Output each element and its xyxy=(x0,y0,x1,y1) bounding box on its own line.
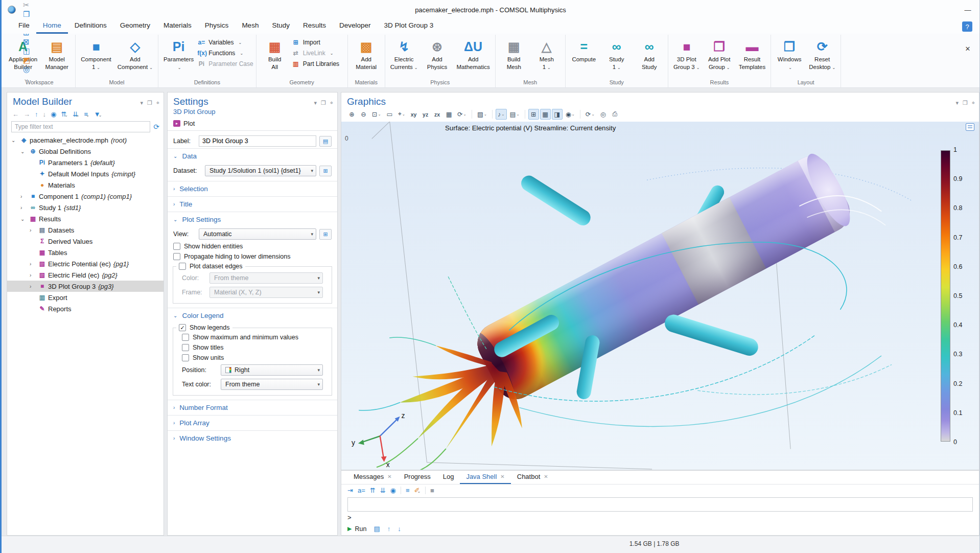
section-number-format[interactable]: ›Number Format xyxy=(168,400,337,415)
tree-item[interactable]: ▦Tables xyxy=(7,247,164,258)
history-up-icon[interactable]: ↑ xyxy=(387,525,391,533)
interactive-3d-icon[interactable]: ◉⌄ xyxy=(564,109,577,120)
variables-button[interactable]: a=Variables⌄ xyxy=(197,39,253,46)
bottom-tab[interactable]: Messages✕ xyxy=(347,471,398,484)
tree-item[interactable]: ⌄◈pacemaker_electrode.mph(root) xyxy=(7,134,164,146)
tree-item[interactable]: ›■3D Plot Group 3{pg3} xyxy=(7,281,164,292)
tree-expander-icon[interactable]: › xyxy=(30,227,37,233)
view-select[interactable]: Automatic xyxy=(199,228,316,240)
watch-icon[interactable]: ◉ xyxy=(390,487,396,494)
windows-button[interactable]: ❐Windows⌄ xyxy=(774,36,805,72)
panel-float-icon[interactable]: ❐ xyxy=(963,100,968,106)
section-title[interactable]: ›Title xyxy=(168,196,337,212)
add-material-button[interactable]: ▩AddMaterial xyxy=(351,36,382,72)
zoom-box-icon[interactable]: ⊡⌄ xyxy=(370,109,383,120)
build-mesh-button[interactable]: ▦BuildMesh xyxy=(498,36,530,72)
tree-item[interactable]: ›▧Electric Field (ec){pg2} xyxy=(7,269,164,281)
model-manager-button[interactable]: ▤ModelManager xyxy=(41,36,73,72)
indent-icon[interactable]: ⇥ xyxy=(347,487,353,494)
checkbox[interactable] xyxy=(173,243,180,250)
variables-icon[interactable]: a= xyxy=(358,487,365,494)
add-plot-group-button[interactable]: ❒Add PlotGroup⌄ xyxy=(704,36,735,72)
tree-expander-icon[interactable]: › xyxy=(20,194,28,199)
menu-tab[interactable]: File xyxy=(12,19,36,34)
zoom-out-icon[interactable]: ⊖ xyxy=(358,109,369,120)
image-snapshot-icon[interactable]: ▧⌄ xyxy=(475,109,489,120)
refresh-icon[interactable]: ⟳ xyxy=(153,123,159,131)
legend-position-select[interactable]: Right xyxy=(221,364,323,376)
section-window-settings[interactable]: ›Window Settings xyxy=(168,430,337,446)
section-plot-array[interactable]: ›Plot Array xyxy=(168,415,337,430)
panel-float-icon[interactable]: ❐ xyxy=(321,100,326,106)
result-templates-button[interactable]: ▬ResultTemplates xyxy=(736,36,768,72)
component-1-button[interactable]: ■Component1⌄ xyxy=(78,36,113,72)
legend-text-color-select[interactable]: From theme xyxy=(221,379,323,390)
section-color-legend[interactable]: ⌄Color Legend xyxy=(168,308,337,323)
copy-icon[interactable]: ❒ xyxy=(23,10,34,19)
menu-tab[interactable]: Home xyxy=(36,19,68,34)
rotate-view-icon[interactable]: ⟳⌄ xyxy=(455,109,469,120)
section-selection[interactable]: ›Selection xyxy=(168,181,337,196)
checkbox[interactable] xyxy=(173,253,180,260)
tree-item[interactable]: ⌄▦Results xyxy=(7,213,164,224)
tree-expander-icon[interactable]: › xyxy=(30,284,37,289)
java-shell-input[interactable] xyxy=(355,514,973,521)
tree-expander-icon[interactable]: › xyxy=(20,205,28,211)
view-xy-icon[interactable]: xy xyxy=(408,109,419,120)
tree-expander-icon[interactable]: › xyxy=(30,272,37,278)
dataset-add-button[interactable]: ⊞ xyxy=(319,166,332,176)
panel-menu-icon[interactable]: ▾ xyxy=(140,100,143,106)
zoom-in-icon[interactable]: ⊕ xyxy=(346,109,357,120)
tree-expander-icon[interactable]: ⌄ xyxy=(20,149,28,154)
tree-item[interactable]: ▥Export xyxy=(7,292,164,303)
print-icon[interactable]: ⎙ xyxy=(610,109,620,120)
plot-button[interactable]: Plot xyxy=(183,120,195,127)
menu-tab[interactable]: Mesh xyxy=(235,19,265,34)
help-button[interactable]: ? xyxy=(962,21,972,32)
parameters-button[interactable]: PiParameters⌄ xyxy=(161,36,196,72)
tree-item[interactable]: ΣDerived Values xyxy=(7,236,164,247)
compute-button[interactable]: =Compute xyxy=(568,36,600,64)
checkbox[interactable] xyxy=(182,354,189,361)
camera-icon[interactable]: ◎ xyxy=(598,109,609,120)
livelink-button[interactable]: ⇄LiveLink⌄ xyxy=(292,50,345,57)
model-tree-nodes-icon[interactable]: ≡⌄ xyxy=(84,110,89,118)
collapse-all-icon[interactable]: ⇈⌄ xyxy=(61,110,68,118)
panel-menu-icon[interactable]: ▾ xyxy=(955,100,959,106)
sound-icon[interactable]: ♪⌄ xyxy=(496,109,507,120)
filter-icon[interactable]: ▼⌄ xyxy=(94,110,102,118)
panel-float-icon[interactable]: ❐ xyxy=(147,100,152,106)
menu-tab[interactable]: Results xyxy=(296,19,333,34)
mesh-1-button[interactable]: △Mesh1⌄ xyxy=(531,36,563,72)
electric-currents-button[interactable]: ↯ElectricCurrents⌄ xyxy=(388,36,421,72)
tree-filter-input[interactable] xyxy=(11,121,150,132)
graphics-scene[interactable]: z y x Surface: Electric potential (V) St… xyxy=(341,122,979,470)
menu-tab[interactable]: Study xyxy=(265,19,296,34)
stop-icon[interactable]: ■ xyxy=(430,487,434,494)
reset-desktop-button[interactable]: ⟳ResetDesktop⌄ xyxy=(806,36,838,72)
parameter-case-button[interactable]: PiParameter Case xyxy=(197,60,253,67)
add-study-button[interactable]: ∞AddStudy xyxy=(634,36,665,72)
show-grid-icon[interactable]: ▤⌄ xyxy=(508,109,522,120)
show-toggle-icon[interactable]: ◉ xyxy=(51,110,56,118)
open-in-editor-icon[interactable]: ▤ xyxy=(374,525,380,533)
menu-tab[interactable]: Geometry xyxy=(113,19,157,34)
tree-expander-icon[interactable]: › xyxy=(30,261,37,267)
tree-item[interactable]: PiParameters 1{default} xyxy=(7,157,164,168)
history-down-icon[interactable]: ↓ xyxy=(398,525,401,533)
panel-pin-icon[interactable]: ⌖ xyxy=(972,100,975,106)
tree-expander-icon[interactable]: ⌄ xyxy=(20,216,28,222)
view-zx-icon[interactable]: zx xyxy=(432,109,442,120)
nav-forward-icon[interactable]: → xyxy=(24,110,30,118)
bottom-tab[interactable]: Log xyxy=(437,471,460,484)
show-legends-checkbox[interactable]: ✓ xyxy=(179,324,186,331)
nav-back-icon[interactable]: ← xyxy=(12,110,19,118)
split-view-icon[interactable]: ◨ xyxy=(552,109,563,120)
plot-info-icon[interactable] xyxy=(966,123,974,131)
menu-tab[interactable]: 3D Plot Group 3 xyxy=(377,19,440,34)
select-mode-icon[interactable]: ⊞ xyxy=(528,109,539,120)
functions-button[interactable]: f(x)Functions⌄ xyxy=(197,50,253,57)
panel-menu-icon[interactable]: ▾ xyxy=(314,100,317,106)
plot-update-icon[interactable]: ⟳⌄ xyxy=(584,109,597,120)
tree-item[interactable]: ⌄⊕Global Definitions xyxy=(7,146,164,157)
